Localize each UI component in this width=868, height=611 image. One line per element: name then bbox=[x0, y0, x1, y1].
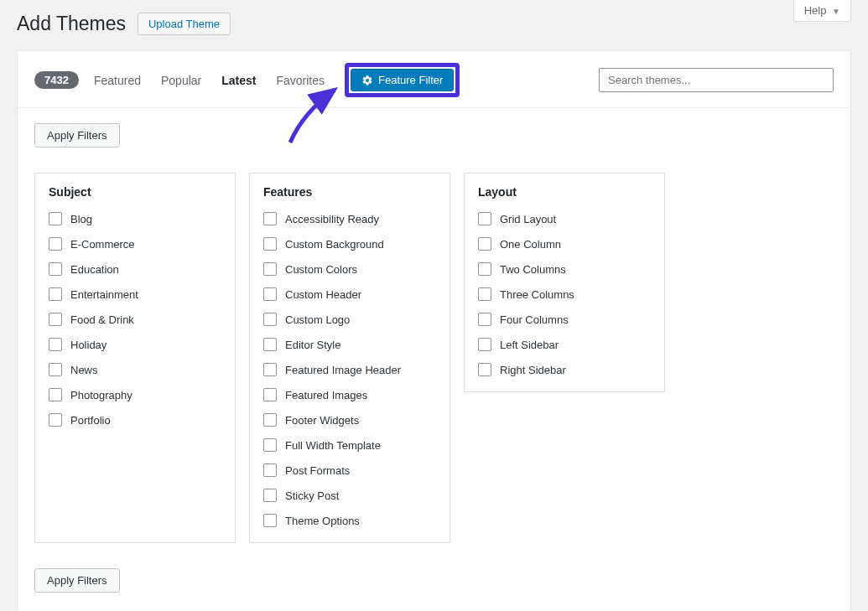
checkbox[interactable] bbox=[49, 212, 62, 225]
checkbox-label: Left Sidebar bbox=[500, 339, 559, 351]
checkbox[interactable] bbox=[478, 262, 491, 276]
checkbox[interactable] bbox=[478, 287, 491, 301]
checkbox[interactable] bbox=[478, 363, 491, 376]
theme-count-badge: 7432 bbox=[34, 71, 79, 89]
column-title-layout: Layout bbox=[478, 185, 651, 199]
checkbox[interactable] bbox=[263, 237, 277, 251]
checkbox[interactable] bbox=[49, 338, 62, 351]
checkbox[interactable] bbox=[478, 313, 491, 326]
filter-checkbox-row[interactable]: One Column bbox=[478, 237, 651, 251]
help-tab[interactable]: Help ▼ bbox=[793, 0, 851, 22]
tab-popular[interactable]: Popular bbox=[161, 74, 201, 87]
filter-checkbox-row[interactable]: Holiday bbox=[49, 338, 221, 351]
checkbox[interactable] bbox=[49, 262, 62, 276]
filter-checkbox-row[interactable]: Sticky Post bbox=[263, 489, 436, 502]
checkbox-label: Footer Widgets bbox=[285, 414, 359, 427]
checkbox[interactable] bbox=[49, 388, 62, 401]
checkbox-label: Sticky Post bbox=[285, 489, 339, 502]
checkbox[interactable] bbox=[263, 388, 277, 401]
filter-checkbox-row[interactable]: Two Columns bbox=[478, 262, 651, 276]
checkbox[interactable] bbox=[49, 413, 62, 427]
filter-checkbox-row[interactable]: Custom Logo bbox=[263, 313, 436, 326]
search-input[interactable] bbox=[599, 68, 834, 92]
checkbox[interactable] bbox=[263, 363, 277, 376]
tab-favorites[interactable]: Favorites bbox=[276, 74, 325, 87]
filter-checkbox-row[interactable]: E-Commerce bbox=[49, 237, 221, 251]
checkbox-label: Portfolio bbox=[70, 414, 111, 427]
help-label: Help bbox=[804, 4, 827, 17]
filter-checkbox-row[interactable]: Custom Colors bbox=[263, 262, 436, 276]
checkbox-label: Custom Colors bbox=[285, 263, 357, 276]
checkbox[interactable] bbox=[263, 262, 277, 276]
filter-checkbox-row[interactable]: Editor Style bbox=[263, 338, 436, 351]
checkbox-label: One Column bbox=[500, 238, 561, 251]
filter-checkbox-row[interactable]: News bbox=[49, 363, 221, 376]
checkbox-label: Three Columns bbox=[500, 288, 574, 301]
page-header: Add Themes Upload Theme bbox=[0, 0, 868, 50]
filter-checkbox-row[interactable]: Custom Background bbox=[263, 237, 436, 251]
checkbox[interactable] bbox=[263, 212, 277, 225]
checkbox[interactable] bbox=[263, 413, 277, 427]
filter-checkbox-row[interactable]: Left Sidebar bbox=[478, 338, 651, 351]
checkbox[interactable] bbox=[49, 237, 62, 251]
checkbox[interactable] bbox=[263, 313, 277, 326]
checkbox-label: Education bbox=[70, 263, 119, 276]
checkbox[interactable] bbox=[478, 212, 491, 225]
checkbox[interactable] bbox=[263, 463, 277, 477]
checkbox-label: Editor Style bbox=[285, 339, 340, 351]
features-list: Accessibility ReadyCustom BackgroundCust… bbox=[263, 212, 436, 527]
feature-filter-label: Feature Filter bbox=[378, 74, 443, 86]
filter-checkbox-row[interactable]: Footer Widgets bbox=[263, 413, 436, 427]
upload-theme-button[interactable]: Upload Theme bbox=[138, 13, 231, 35]
filter-checkbox-row[interactable]: Education bbox=[49, 262, 221, 276]
filter-checkbox-row[interactable]: Food & Drink bbox=[49, 313, 221, 326]
filter-checkbox-row[interactable]: Blog bbox=[49, 212, 221, 225]
feature-filter-highlight: Feature Filter bbox=[345, 63, 460, 97]
checkbox[interactable] bbox=[263, 287, 277, 301]
checkbox[interactable] bbox=[478, 237, 491, 251]
checkbox-label: Custom Header bbox=[285, 288, 361, 301]
checkbox-label: Four Columns bbox=[500, 313, 569, 326]
checkbox[interactable] bbox=[263, 338, 277, 351]
checkbox[interactable] bbox=[263, 438, 277, 452]
checkbox[interactable] bbox=[263, 514, 277, 527]
filter-checkbox-row[interactable]: Portfolio bbox=[49, 413, 221, 427]
tab-featured[interactable]: Featured bbox=[94, 74, 141, 87]
filter-checkbox-row[interactable]: Featured Image Header bbox=[263, 363, 436, 376]
feature-filter-button[interactable]: Feature Filter bbox=[351, 69, 454, 91]
filter-checkbox-row[interactable]: Post Formats bbox=[263, 463, 436, 477]
filter-columns: Subject BlogE-CommerceEducationEntertain… bbox=[34, 173, 834, 543]
checkbox-label: Right Sidebar bbox=[500, 364, 566, 376]
subject-list: BlogE-CommerceEducationEntertainmentFood… bbox=[49, 212, 221, 427]
filter-column-layout: Layout Grid LayoutOne ColumnTwo ColumnsT… bbox=[464, 173, 665, 392]
page-title: Add Themes bbox=[17, 13, 126, 35]
filter-checkbox-row[interactable]: Full Width Template bbox=[263, 438, 436, 452]
filter-checkbox-row[interactable]: Accessibility Ready bbox=[263, 212, 436, 225]
checkbox-label: Grid Layout bbox=[500, 213, 556, 225]
filter-column-subject: Subject BlogE-CommerceEducationEntertain… bbox=[34, 173, 236, 543]
checkbox[interactable] bbox=[49, 313, 62, 326]
checkbox-label: Full Width Template bbox=[285, 439, 381, 452]
checkbox-label: Food & Drink bbox=[70, 313, 134, 326]
checkbox-label: Post Formats bbox=[285, 464, 350, 477]
checkbox-label: Custom Logo bbox=[285, 313, 350, 326]
apply-filters-button-bottom[interactable]: Apply Filters bbox=[34, 568, 120, 593]
checkbox[interactable] bbox=[478, 338, 491, 351]
filter-checkbox-row[interactable]: Featured Images bbox=[263, 388, 436, 401]
filter-checkbox-row[interactable]: Three Columns bbox=[478, 287, 651, 301]
filter-checkbox-row[interactable]: Photography bbox=[49, 388, 221, 401]
checkbox[interactable] bbox=[49, 363, 62, 376]
tab-latest[interactable]: Latest bbox=[221, 74, 256, 87]
filter-checkbox-row[interactable]: Theme Options bbox=[263, 514, 436, 527]
checkbox[interactable] bbox=[263, 489, 277, 502]
filter-checkbox-row[interactable]: Four Columns bbox=[478, 313, 651, 326]
filter-checkbox-row[interactable]: Right Sidebar bbox=[478, 363, 651, 376]
checkbox-label: Two Columns bbox=[500, 263, 566, 276]
filter-checkbox-row[interactable]: Custom Header bbox=[263, 287, 436, 301]
filter-column-features: Features Accessibility ReadyCustom Backg… bbox=[249, 173, 450, 543]
apply-filters-button-top[interactable]: Apply Filters bbox=[34, 123, 120, 148]
checkbox-label: News bbox=[70, 364, 98, 376]
filter-checkbox-row[interactable]: Entertainment bbox=[49, 287, 221, 301]
checkbox[interactable] bbox=[49, 287, 62, 301]
filter-checkbox-row[interactable]: Grid Layout bbox=[478, 212, 651, 225]
